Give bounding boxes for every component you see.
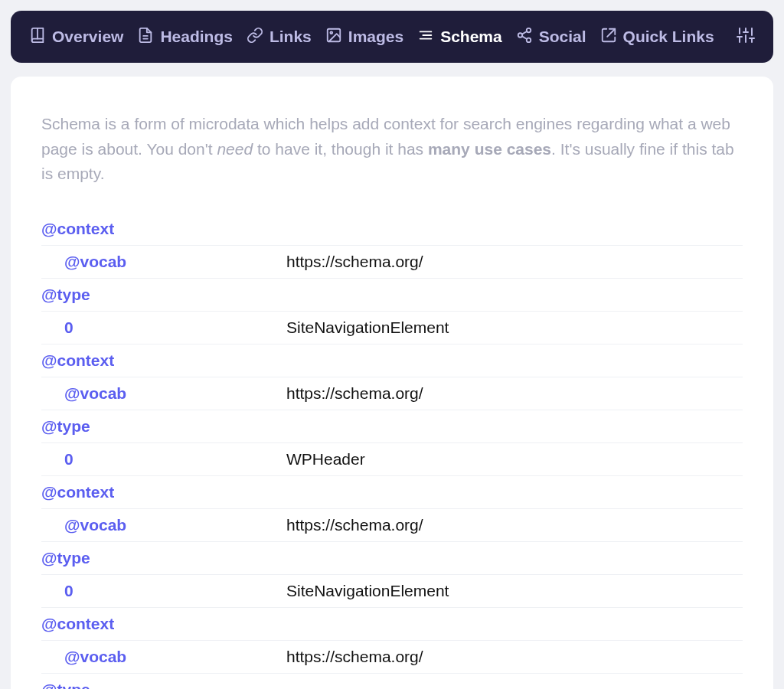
external-link-icon [600,27,617,47]
share-icon [516,27,533,47]
schema-row: @type [41,279,743,312]
tab-images[interactable]: Images [325,27,403,47]
tab-label: Images [348,28,403,46]
schema-row: @type [41,674,743,689]
tab-label: Links [270,28,312,46]
image-icon [325,27,342,47]
settings-button[interactable] [737,26,755,47]
schema-key: @type [41,681,286,689]
file-text-icon [137,27,154,47]
intro-emphasis: need [217,140,253,158]
tab-headings[interactable]: Headings [137,27,233,47]
schema-key: @type [41,549,286,567]
schema-value: SiteNavigationElement [286,582,449,600]
schema-row: @vocabhttps://schema.org/ [41,246,743,279]
tab-label: Quick Links [623,28,714,46]
schema-key: @vocab [41,516,286,534]
svg-line-12 [522,31,527,34]
schema-key: 0 [41,582,286,600]
schema-key: @context [41,483,286,501]
schema-value: WPHeader [286,450,365,469]
schema-row: @type [41,542,743,575]
schema-row: @context [41,476,743,509]
schema-key: @context [41,351,286,370]
schema-key: @context [41,220,286,238]
schema-value: https://schema.org/ [286,516,423,534]
schema-value: https://schema.org/ [286,648,423,666]
schema-key: @context [41,615,286,633]
schema-row: @context [41,344,743,377]
tab-label: Schema [440,28,502,46]
schema-row: @context [41,213,743,246]
schema-row: 0WPHeader [41,443,743,476]
schema-row: @context [41,608,743,641]
schema-row: @vocabhttps://schema.org/ [41,509,743,542]
svg-line-13 [607,28,615,36]
intro-text: Schema is a form of microdata which help… [41,112,743,187]
schema-value: SiteNavigationElement [286,318,449,337]
sliders-icon [737,26,755,47]
schema-row: @type [41,410,743,443]
schema-key: @vocab [41,253,286,271]
tab-label: Social [539,28,586,46]
schema-key: 0 [41,318,286,337]
tab-schema[interactable]: Schema [417,27,502,47]
schema-key: 0 [41,450,286,469]
schema-row: 0SiteNavigationElement [41,312,743,344]
schema-value: https://schema.org/ [286,384,423,403]
schema-key: @vocab [41,648,286,666]
schema-row: @vocabhttps://schema.org/ [41,377,743,410]
svg-point-4 [330,31,332,34]
schema-row: @vocabhttps://schema.org/ [41,641,743,674]
schema-list: @context@vocabhttps://schema.org/@type0S… [41,213,743,689]
tab-overview[interactable]: Overview [29,27,123,47]
schema-key: @type [41,286,286,304]
tab-bar: Overview Headings Links Images Schema So… [11,11,773,63]
svg-line-11 [522,36,527,39]
intro-segment: to have it, though it has [253,140,428,158]
tab-social[interactable]: Social [516,27,586,47]
tab-links[interactable]: Links [247,27,312,47]
schema-row: 0SiteNavigationElement [41,575,743,608]
link-icon [247,27,263,47]
tab-quicklinks[interactable]: Quick Links [600,27,714,47]
schema-key: @type [41,417,286,436]
content-panel: Schema is a form of microdata which help… [11,77,773,689]
intro-bold: many use cases [428,140,551,158]
schema-key: @vocab [41,384,286,403]
tab-label: Overview [52,28,123,46]
list-icon [417,27,434,47]
tab-label: Headings [160,28,233,46]
schema-value: https://schema.org/ [286,253,423,271]
book-icon [29,27,46,47]
